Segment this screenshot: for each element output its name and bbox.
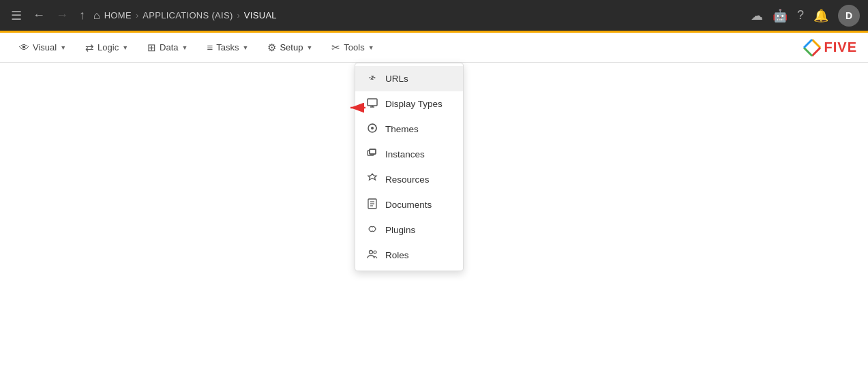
tools-icon: ✂ bbox=[331, 42, 340, 54]
home-icon: ⌂ bbox=[93, 10, 100, 22]
svg-line-19 bbox=[812, 48, 820, 56]
plugins-icon bbox=[366, 224, 378, 236]
setup-arrow: ▼ bbox=[306, 44, 312, 51]
secondary-navbar: 👁 Visual ▼ ⇄ Logic ▼ ⊞ Data ▼ ≡ Tasks ▼ … bbox=[0, 33, 868, 63]
up-icon[interactable]: ↑ bbox=[76, 5, 88, 25]
svg-line-18 bbox=[812, 40, 820, 48]
dropdown-item-roles[interactable]: Roles bbox=[355, 243, 463, 268]
nav-tasks-label: Tasks bbox=[216, 42, 239, 52]
visual-icon: 👁 bbox=[19, 42, 29, 53]
cloud-icon[interactable]: ☁ bbox=[751, 8, 763, 23]
dropdown-documents-label: Documents bbox=[385, 200, 432, 210]
nav-data[interactable]: ⊞ Data ▼ bbox=[139, 37, 196, 58]
dropdown-plugins-label: Plugins bbox=[385, 225, 415, 235]
dropdown-urls-label: URLs bbox=[385, 74, 408, 84]
dropdown-resources-label: Resources bbox=[385, 174, 430, 185]
dropdown-item-display-types[interactable]: Display Types bbox=[355, 91, 463, 117]
setup-dropdown: URLs Display Types Themes bbox=[355, 63, 464, 271]
setup-icon: ⚙ bbox=[267, 42, 276, 54]
breadcrumb-home[interactable]: HOME bbox=[104, 10, 132, 20]
bell-icon[interactable]: 🔔 bbox=[813, 8, 828, 23]
dropdown-item-resources[interactable]: Resources bbox=[355, 167, 463, 192]
forward-icon[interactable]: → bbox=[53, 5, 71, 25]
top-right-actions: ☁ 🤖 ? 🔔 D bbox=[751, 5, 860, 27]
five-logo-icon bbox=[803, 38, 822, 57]
robot-icon[interactable]: 🤖 bbox=[773, 8, 788, 23]
breadcrumb-visual[interactable]: VISUAL bbox=[244, 10, 277, 20]
dropdown-item-instances[interactable]: Instances bbox=[355, 142, 463, 167]
nav-logic[interactable]: ⇄ Logic ▼ bbox=[77, 37, 136, 58]
urls-icon bbox=[366, 72, 378, 85]
nav-tools[interactable]: ✂ Tools ▼ bbox=[323, 37, 382, 58]
nav-visual[interactable]: 👁 Visual ▼ bbox=[11, 37, 74, 57]
logic-arrow: ▼ bbox=[122, 44, 128, 51]
nav-tasks[interactable]: ≡ Tasks ▼ bbox=[199, 37, 257, 57]
resources-icon bbox=[366, 173, 378, 186]
roles-icon bbox=[366, 249, 378, 262]
five-brand-text: FIVE bbox=[824, 40, 857, 55]
svg-rect-2 bbox=[368, 99, 377, 106]
nav-tools-label: Tools bbox=[344, 42, 364, 52]
dropdown-item-themes[interactable]: Themes bbox=[355, 117, 463, 142]
instances-icon bbox=[366, 148, 378, 161]
svg-rect-8 bbox=[370, 149, 376, 154]
dropdown-instances-label: Instances bbox=[385, 149, 425, 159]
dropdown-roles-label: Roles bbox=[385, 250, 409, 260]
logic-icon: ⇄ bbox=[85, 42, 94, 54]
help-icon[interactable]: ? bbox=[797, 8, 804, 22]
dropdown-display-types-label: Display Types bbox=[385, 99, 443, 109]
nav-data-label: Data bbox=[160, 42, 178, 52]
svg-line-21 bbox=[804, 40, 812, 48]
tools-arrow: ▼ bbox=[368, 44, 374, 51]
nav-logic-label: Logic bbox=[98, 42, 119, 52]
data-arrow: ▼ bbox=[182, 44, 188, 51]
breadcrumb-sep-2: › bbox=[237, 10, 240, 20]
svg-point-1 bbox=[374, 77, 376, 78]
svg-point-14 bbox=[370, 251, 373, 254]
svg-line-20 bbox=[804, 48, 812, 56]
visual-arrow: ▼ bbox=[60, 44, 66, 51]
data-icon: ⊞ bbox=[147, 42, 156, 54]
svg-point-6 bbox=[371, 127, 374, 129]
svg-point-0 bbox=[370, 77, 371, 78]
nav-setup-label: Setup bbox=[280, 42, 303, 52]
back-icon[interactable]: ← bbox=[30, 5, 48, 25]
tasks-icon: ≡ bbox=[207, 42, 213, 53]
dropdown-item-plugins[interactable]: Plugins bbox=[355, 217, 463, 243]
documents-icon bbox=[366, 198, 378, 211]
top-navbar: ☰ ← → ↑ ⌂ HOME › APPLICATIONS (AIS) › VI… bbox=[0, 0, 868, 33]
breadcrumb: ⌂ HOME › APPLICATIONS (AIS) › VISUAL bbox=[93, 10, 277, 22]
tasks-arrow: ▼ bbox=[243, 44, 249, 51]
five-brand: FIVE bbox=[803, 38, 857, 57]
breadcrumb-apps[interactable]: APPLICATIONS (AIS) bbox=[143, 10, 233, 20]
nav-visual-label: Visual bbox=[33, 42, 57, 52]
avatar[interactable]: D bbox=[838, 5, 860, 27]
breadcrumb-sep-1: › bbox=[136, 10, 138, 20]
display-types-icon bbox=[366, 97, 378, 110]
dropdown-item-urls[interactable]: URLs bbox=[355, 66, 463, 91]
dropdown-themes-label: Themes bbox=[385, 124, 419, 134]
themes-icon bbox=[366, 123, 378, 136]
menu-icon[interactable]: ☰ bbox=[8, 5, 25, 26]
dropdown-item-documents[interactable]: Documents bbox=[355, 192, 463, 217]
nav-setup[interactable]: ⚙ Setup ▼ bbox=[259, 37, 320, 58]
svg-point-15 bbox=[374, 251, 376, 254]
